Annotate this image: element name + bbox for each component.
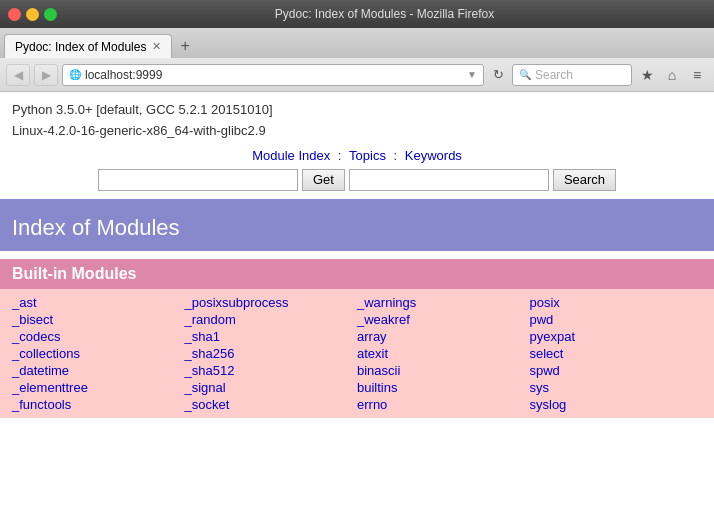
module-link[interactable]: _sha256 — [185, 346, 358, 361]
more-icon[interactable]: ≡ — [686, 64, 708, 86]
version-line1: Python 3.5.0+ [default, GCC 5.2.1 201510… — [12, 100, 702, 121]
separator2: : — [394, 148, 401, 163]
window-controls — [8, 8, 57, 21]
search-row: Get Search — [12, 169, 702, 191]
maximize-window-button[interactable] — [44, 8, 57, 21]
close-tab-button[interactable]: ✕ — [152, 40, 161, 53]
module-link[interactable]: _warnings — [357, 295, 530, 310]
topics-link[interactable]: Topics — [349, 148, 386, 163]
minimize-window-button[interactable] — [26, 8, 39, 21]
index-header: Index of Modules — [0, 199, 714, 251]
module-link[interactable]: _sha512 — [185, 363, 358, 378]
titlebar: Pydoc: Index of Modules - Mozilla Firefo… — [0, 0, 714, 28]
module-link[interactable]: select — [530, 346, 703, 361]
close-window-button[interactable] — [8, 8, 21, 21]
module-index-link[interactable]: Module Index — [252, 148, 330, 163]
module-link[interactable]: array — [357, 329, 530, 344]
module-link[interactable]: atexit — [357, 346, 530, 361]
module-link[interactable]: _sha1 — [185, 329, 358, 344]
forward-button[interactable]: ▶ — [34, 64, 58, 86]
module-link[interactable]: _bisect — [12, 312, 185, 327]
back-button[interactable]: ◀ — [6, 64, 30, 86]
page-content: Python 3.5.0+ [default, GCC 5.2.1 201510… — [0, 92, 714, 524]
module-link[interactable]: pyexpat — [530, 329, 703, 344]
builtin-title: Built-in Modules — [12, 265, 702, 283]
keywords-link[interactable]: Keywords — [405, 148, 462, 163]
new-tab-button[interactable]: + — [174, 34, 195, 58]
keyword-search-input[interactable] — [349, 169, 549, 191]
module-search-input[interactable] — [98, 169, 298, 191]
get-button[interactable]: Get — [302, 169, 345, 191]
home-icon[interactable]: ⌂ — [661, 64, 683, 86]
browser-search-bar[interactable]: 🔍 Search — [512, 64, 632, 86]
module-link[interactable]: spwd — [530, 363, 703, 378]
module-link[interactable]: binascii — [357, 363, 530, 378]
nav-action-icons: ★ ⌂ ≡ — [636, 64, 708, 86]
search-icon: 🔍 — [519, 69, 531, 80]
navbar: ◀ ▶ 🌐 localhost:9999 ▼ ↻ 🔍 Search ★ ⌂ ≡ — [0, 58, 714, 92]
version-line2: Linux-4.2.0-16-generic-x86_64-with-glibc… — [12, 121, 702, 142]
url-icon: 🌐 — [69, 69, 81, 80]
tab-label: Pydoc: Index of Modules — [15, 40, 146, 54]
module-link[interactable]: _datetime — [12, 363, 185, 378]
window-title: Pydoc: Index of Modules - Mozilla Firefo… — [63, 7, 706, 21]
builtin-section-header: Built-in Modules — [0, 259, 714, 289]
module-link[interactable]: pwd — [530, 312, 703, 327]
bookmark-icon[interactable]: ★ — [636, 64, 658, 86]
tabbar: Pydoc: Index of Modules ✕ + — [0, 28, 714, 58]
search-placeholder: Search — [535, 68, 573, 82]
url-dropdown-icon[interactable]: ▼ — [467, 69, 477, 80]
module-link[interactable]: builtins — [357, 380, 530, 395]
reload-button[interactable]: ↻ — [488, 64, 508, 86]
module-link[interactable]: _elementtree — [12, 380, 185, 395]
url-text: localhost:9999 — [85, 68, 463, 82]
separator1: : — [338, 148, 345, 163]
page-nav-links: Module Index : Topics : Keywords — [12, 148, 702, 163]
module-link[interactable]: _functools — [12, 397, 185, 412]
module-link[interactable]: posix — [530, 295, 703, 310]
module-link[interactable]: _collections — [12, 346, 185, 361]
active-tab[interactable]: Pydoc: Index of Modules ✕ — [4, 34, 172, 58]
module-link[interactable]: _codecs — [12, 329, 185, 344]
search-button[interactable]: Search — [553, 169, 616, 191]
module-link[interactable]: _signal — [185, 380, 358, 395]
index-title: Index of Modules — [12, 215, 702, 241]
version-info: Python 3.5.0+ [default, GCC 5.2.1 201510… — [12, 100, 702, 142]
module-link[interactable]: _weakref — [357, 312, 530, 327]
module-link[interactable]: _posixsubprocess — [185, 295, 358, 310]
url-bar[interactable]: 🌐 localhost:9999 ▼ — [62, 64, 484, 86]
modules-grid: _ast _posixsubprocess _warnings posix _b… — [0, 289, 714, 418]
module-link[interactable]: _random — [185, 312, 358, 327]
module-link[interactable]: _socket — [185, 397, 358, 412]
module-link[interactable]: sys — [530, 380, 703, 395]
module-link[interactable]: syslog — [530, 397, 703, 412]
module-link[interactable]: errno — [357, 397, 530, 412]
module-link[interactable]: _ast — [12, 295, 185, 310]
